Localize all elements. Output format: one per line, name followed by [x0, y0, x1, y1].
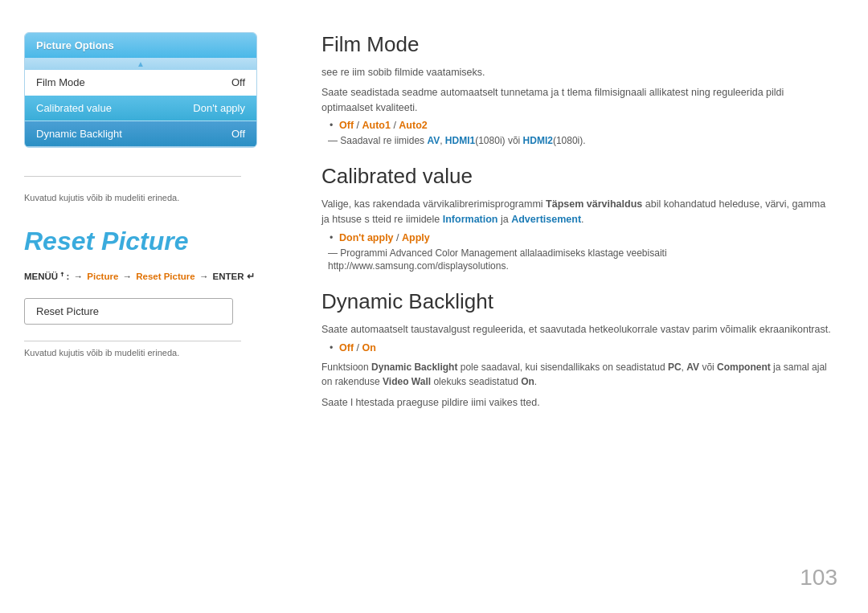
film-mode-bullet-1: Off / Auto1 / Auto2	[330, 120, 836, 131]
film-mode-note: Saadaval re iimides AV, HDMI1(1080i) või…	[321, 134, 836, 148]
reset-picture-box[interactable]: Reset Picture	[24, 298, 233, 325]
page-number: 103	[800, 565, 837, 591]
film-mode-title: Film Mode	[321, 32, 836, 57]
left-panel: Picture Options ▲ Film Mode Off Calibrat…	[0, 0, 289, 613]
dynamic-backlight-desc2: Saate l htestada praeguse pildire iimi v…	[321, 395, 836, 411]
calibrated-value-bullets: Don't apply / Apply	[330, 232, 836, 243]
note-top: Kuvatud kujutis võib ib mudeliti erineda…	[24, 193, 265, 202]
calibrated-value-section: Calibrated value Valige, kas rakendada v…	[321, 164, 836, 273]
divider-bottom	[24, 341, 241, 341]
menu-header: Picture Options	[25, 33, 256, 58]
divider-top	[24, 176, 241, 177]
menu-item-dynamic-backlight[interactable]: Dynamic Backlight Off	[25, 121, 256, 147]
picture-options-menu: Picture Options ▲ Film Mode Off Calibrat…	[24, 32, 257, 148]
menu-arrow: ▲	[25, 58, 256, 70]
dynamic-backlight-title: Dynamic Backlight	[321, 289, 836, 314]
calibrated-value-note: Programmi Advanced Color Management alla…	[321, 247, 836, 274]
right-panel: Film Mode see re iim sobib filmide vaata…	[289, 0, 868, 613]
dynamic-backlight-note1: Funktsioon Dynamic Backlight pole saadav…	[321, 360, 836, 389]
menu-item-film-mode[interactable]: Film Mode Off	[25, 70, 256, 96]
film-mode-desc1: see re iim sobib filmide vaatamiseks.	[321, 65, 836, 80]
dynamic-backlight-bullet-1: Off / On	[330, 342, 836, 353]
calibrated-value-body: Valige, kas rakendada värvikalibrerimisp…	[321, 197, 836, 273]
film-mode-section: Film Mode see re iim sobib filmide vaata…	[321, 32, 836, 148]
calibrated-value-bullet-1: Don't apply / Apply	[330, 232, 836, 243]
film-mode-desc2: Saate seadistada seadme automaatselt tun…	[321, 85, 836, 116]
menu-path: MENÜÜ ꜛ : → Picture → Reset Picture → EN…	[24, 271, 265, 282]
menu-item-calibrated-value[interactable]: Calibrated value Don't apply	[25, 96, 256, 121]
film-mode-body: see re iim sobib filmide vaatamiseks. Sa…	[321, 65, 836, 148]
calibrated-value-title: Calibrated value	[321, 164, 836, 189]
dynamic-backlight-section: Dynamic Backlight Saate automaatselt tau…	[321, 289, 836, 411]
calibrated-value-desc: Valige, kas rakendada värvikalibrerimisp…	[321, 197, 836, 227]
dynamic-backlight-body: Saate automaatselt taustavalgust regulee…	[321, 322, 836, 411]
note-bottom: Kuvatud kujutis võib ib mudeliti erineda…	[24, 348, 265, 358]
dynamic-backlight-desc: Saate automaatselt taustavalgust regulee…	[321, 322, 836, 337]
reset-picture-title: Reset Picture	[24, 227, 265, 256]
dynamic-backlight-bullets: Off / On	[330, 342, 836, 353]
film-mode-bullets: Off / Auto1 / Auto2	[330, 120, 836, 131]
reset-picture-section: Reset Picture MENÜÜ ꜛ : → Picture → Rese…	[24, 227, 265, 358]
